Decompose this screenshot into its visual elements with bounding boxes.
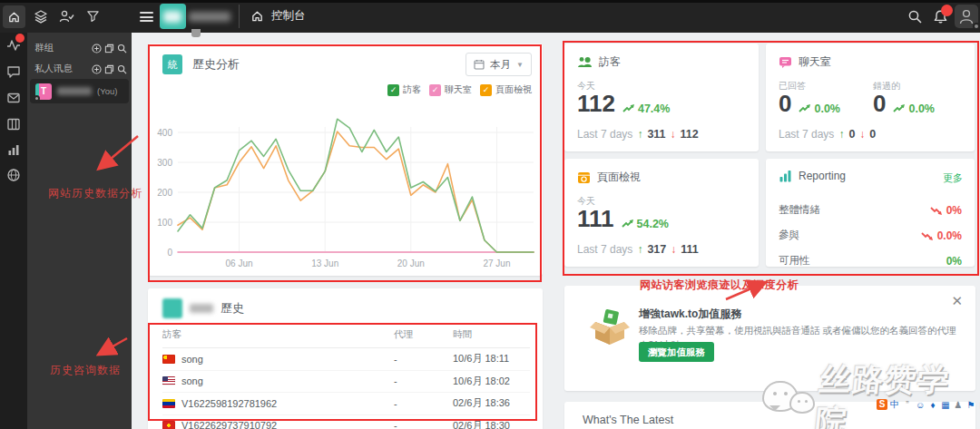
trend-up-icon — [622, 104, 635, 113]
pageviews-title: 頁面檢視 — [597, 170, 641, 185]
user-you-label: (You) — [97, 86, 117, 96]
layers-icon — [34, 9, 48, 24]
legend-item[interactable]: ✓頁面檢視 — [480, 83, 532, 96]
private-messages-row[interactable]: 私人讯息 — [34, 63, 127, 75]
up-arrow-icon: ↑ — [838, 128, 844, 141]
addon-title: 增強tawk.to加值服務 — [639, 307, 741, 322]
reporting-title: Reporting — [799, 170, 846, 182]
chat-history-card: 歷史 訪客代理時間song-10/6月 18:11song-10/6月 18:0… — [148, 288, 543, 429]
groups-label: 群组 — [34, 42, 54, 54]
groups-row[interactable]: 群组 — [34, 42, 127, 54]
annotation-consult-data: 历史咨询数据 — [50, 363, 121, 378]
input-toolbar-icon[interactable]: ☺ — [915, 400, 926, 410]
agent-cell: - — [394, 354, 453, 365]
property-dropdown-handle[interactable] — [191, 29, 201, 37]
legend-checkbox[interactable]: ✓ — [387, 84, 399, 96]
menu-toggle-button[interactable] — [140, 12, 153, 22]
notification-badge — [941, 5, 953, 16]
table-row[interactable]: V1622629737910792-02/6月 18:30 — [162, 415, 530, 429]
input-toolbar-icon[interactable]: ▦ — [940, 400, 951, 410]
top-bar: 控制台 — [0, 0, 980, 33]
search-button[interactable] — [907, 9, 923, 24]
legend-label: 頁面檢視 — [495, 83, 532, 96]
table-row[interactable]: song-10/6月 18:02 — [162, 371, 530, 394]
property-logo[interactable] — [160, 4, 186, 29]
nav-agents-button[interactable] — [59, 9, 74, 24]
time-cell: 02/6月 18:36 — [453, 396, 530, 410]
answered-value: 0 — [779, 92, 791, 115]
sidebar-item-reporting[interactable] — [6, 142, 21, 157]
sidebar-item-inbox[interactable] — [6, 91, 21, 105]
avatar: T — [35, 83, 52, 100]
pageviews-trend-pct: 54.2% — [637, 218, 669, 230]
legend-checkbox[interactable]: ✓ — [429, 84, 441, 96]
chat-room-icon — [779, 56, 792, 69]
pageviews-today-value: 111 — [577, 207, 614, 230]
legend-label: 聊天室 — [445, 83, 472, 96]
input-toolbar-icon[interactable]: ” — [902, 400, 913, 410]
add-circle-icon[interactable] — [92, 64, 102, 74]
search-icon[interactable] — [117, 64, 127, 74]
legend-item[interactable]: ✓聊天室 — [429, 83, 472, 96]
search-icon[interactable] — [117, 44, 127, 54]
site-logo-blurred — [162, 298, 182, 318]
col-header-time[interactable]: 時間 — [453, 328, 530, 341]
user-list-item[interactable]: T (You) — [30, 79, 129, 103]
table-row[interactable]: V1622598192781962-02/6月 18:36 — [162, 393, 530, 415]
legend-label: 訪客 — [403, 83, 421, 96]
period-label: 本月 — [490, 58, 511, 72]
more-link[interactable]: 更多 — [943, 171, 963, 185]
table-row[interactable]: song-10/6月 18:11 — [162, 348, 530, 371]
breadcrumb-console[interactable]: 控制台 — [250, 8, 306, 24]
nav-home-button[interactable] — [3, 5, 25, 28]
addon-box-icon — [590, 309, 630, 346]
person-check-icon — [59, 9, 74, 24]
chart-card-title: 歷史分析 — [192, 56, 240, 73]
down-arrow-icon: ↓ — [671, 128, 676, 141]
chat-icon — [6, 64, 21, 79]
col-header-agent[interactable]: 代理 — [394, 328, 453, 341]
sidebar-item-globe[interactable] — [6, 168, 21, 182]
reporting-row-label: 可用性 — [779, 254, 810, 268]
agent-cell: - — [394, 398, 453, 409]
visitor-name: V1622598192781962 — [181, 398, 277, 409]
period-dropdown[interactable]: 本月 ▼ — [466, 53, 532, 76]
nav-layers-button[interactable] — [34, 9, 48, 24]
add-circle-icon[interactable] — [92, 44, 102, 54]
legend-checkbox[interactable]: ✓ — [480, 84, 492, 96]
copy-icon[interactable] — [104, 64, 114, 74]
input-toolbar-icon[interactable]: 中 — [889, 398, 900, 411]
sidebar-item-kanban[interactable] — [6, 117, 21, 132]
user-name-blurred — [57, 87, 92, 95]
pageviews-up-value: 317 — [647, 243, 666, 256]
input-toolbar-icon[interactable]: ♦ — [927, 400, 938, 410]
svg-text:100: 100 — [157, 218, 172, 228]
history-card-title: 歷史 — [220, 300, 244, 317]
nav-filter-button[interactable] — [86, 9, 100, 23]
legend-item[interactable]: ✓訪客 — [387, 83, 421, 96]
reporting-row-value: 0% — [946, 255, 962, 268]
visitors-icon — [577, 56, 593, 68]
browse-addons-button[interactable]: 瀏覽加值服務 — [639, 342, 714, 362]
reporting-row-value: 0% — [946, 204, 962, 217]
reporting-icon — [779, 170, 792, 182]
down-arrow-icon: ↓ — [859, 128, 865, 141]
down-arrow-icon: ↓ — [671, 243, 676, 256]
topbar-divider — [239, 5, 240, 28]
sidebar-item-chats[interactable] — [6, 64, 21, 79]
trend-up-icon — [622, 219, 634, 229]
input-toolbar-icon[interactable]: S — [877, 399, 887, 410]
reporting-rows: 整體情緒0%參與0.0%可用性0% — [766, 191, 975, 268]
input-toolbar-icon[interactable]: ♟ — [953, 400, 964, 410]
profile-menu-button[interactable] — [955, 5, 978, 28]
last7-label: Last 7 days — [779, 128, 834, 141]
visitors-today-value: 112 — [577, 92, 615, 115]
sidebar-item-activity[interactable] — [6, 38, 21, 53]
copy-icon[interactable] — [104, 44, 114, 54]
status-dot — [34, 95, 40, 102]
input-toolbar-icon[interactable]: ⚑ — [965, 400, 976, 410]
col-header-visitor[interactable]: 訪客 — [162, 328, 394, 341]
trend-up-icon — [893, 104, 906, 113]
close-icon[interactable]: ✕ — [951, 293, 963, 309]
reporting-row-value: 0.0% — [937, 229, 962, 242]
